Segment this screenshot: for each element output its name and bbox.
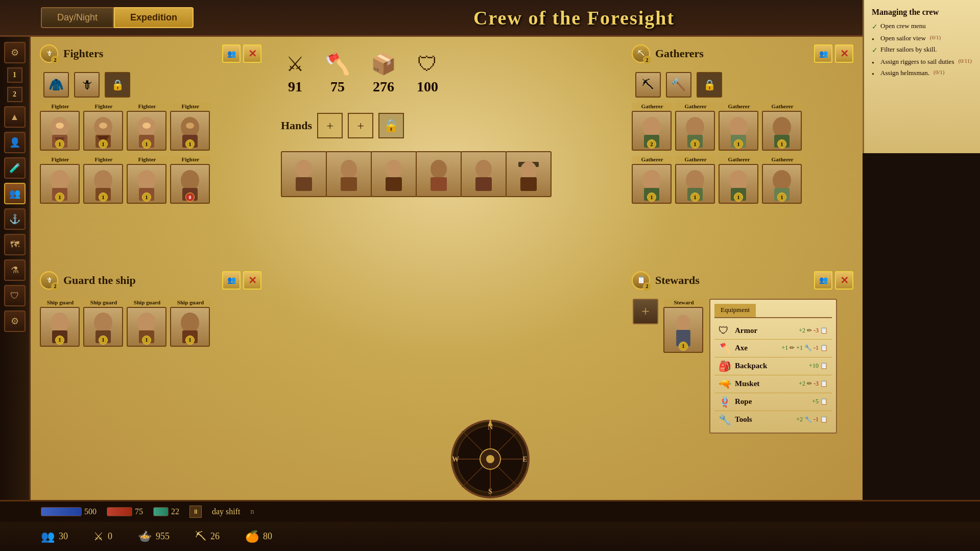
steward-portrait-1[interactable]: 1 bbox=[663, 307, 703, 353]
fighter-weapon-slot[interactable]: 🗡 bbox=[74, 72, 100, 98]
fighter-card-7[interactable]: Fighter 1 bbox=[127, 156, 168, 204]
gatherer-card-5[interactable]: Gatherer 1 bbox=[632, 156, 673, 204]
hand-card-5[interactable] bbox=[461, 151, 501, 197]
pause-button[interactable]: ⏸ bbox=[189, 506, 202, 518]
hands-slot-1[interactable]: + bbox=[317, 113, 343, 138]
hand-portrait-2[interactable] bbox=[326, 151, 372, 197]
fighter-card-1[interactable]: Fighter 1 bbox=[40, 103, 81, 151]
hand-card-6[interactable] bbox=[506, 151, 546, 197]
fighter-portrait-8[interactable]: 0 bbox=[170, 164, 210, 204]
guard-portrait-4[interactable]: 1 bbox=[170, 307, 210, 347]
hand-portrait-4[interactable] bbox=[416, 151, 462, 197]
fighter-card-5[interactable]: Fighter 1 bbox=[40, 156, 81, 204]
fighter-card-2[interactable]: Fighter 1 bbox=[83, 103, 124, 151]
fighters-x-btn[interactable]: ✕ bbox=[243, 44, 261, 63]
guard-x-btn[interactable]: ✕ bbox=[243, 271, 261, 290]
stewards-add-btn[interactable]: + bbox=[633, 299, 658, 324]
gatherer-portrait-5[interactable]: 1 bbox=[632, 164, 672, 204]
sidebar-item-nav[interactable]: ▲ bbox=[4, 106, 26, 128]
hand-portrait-1[interactable] bbox=[281, 151, 327, 197]
fighter-portrait-2[interactable]: 1 bbox=[83, 111, 123, 151]
managing-item-crew-menu[interactable]: ✓ Open crew menu bbox=[872, 22, 972, 31]
hand-portrait-5[interactable] bbox=[461, 151, 507, 197]
fighter-portrait-6[interactable]: 1 bbox=[83, 164, 123, 204]
tools-stats: +2 🔧 -1 📋 bbox=[796, 416, 828, 423]
gatherer-portrait-7[interactable]: 1 bbox=[719, 164, 758, 204]
fighter-portrait-1[interactable]: 1 bbox=[40, 111, 80, 151]
sidebar-item-person[interactable]: 👤 bbox=[4, 132, 26, 153]
sidebar-item-settings[interactable]: ⚙ bbox=[4, 42, 26, 63]
sidebar-item-shield[interactable]: 🛡 bbox=[4, 285, 26, 306]
sidebar-item-map[interactable]: 🗺 bbox=[4, 234, 26, 255]
gatherer-tool-slot[interactable]: ⛏ bbox=[635, 72, 661, 98]
managing-item-helmsman[interactable]: ● Assign helmsman. (0/1) bbox=[872, 69, 972, 77]
sidebar-item-crew[interactable]: 👥 bbox=[4, 183, 26, 204]
sidebar-item-2[interactable]: 2 bbox=[7, 87, 22, 102]
managing-item-sailor-view[interactable]: ● Open sailor view (0/1) bbox=[872, 34, 972, 42]
gatherer-portrait-8[interactable]: 1 bbox=[762, 164, 802, 204]
guard-portrait-2[interactable]: 1 bbox=[83, 307, 123, 347]
tab-daynight[interactable]: Day/Night bbox=[41, 7, 114, 28]
guard-group-btn[interactable]: 👥 bbox=[222, 271, 241, 290]
stewards-group-btn[interactable]: 👥 bbox=[814, 271, 832, 290]
fighter-portrait-7[interactable]: 1 bbox=[127, 164, 166, 204]
resource-crew: 👥 30 bbox=[41, 530, 68, 543]
guard-portrait-3[interactable]: 1 bbox=[127, 307, 166, 347]
hand-portrait-3[interactable] bbox=[371, 151, 417, 197]
fighter-card-3[interactable]: Fighter 1 bbox=[127, 103, 168, 151]
hand-card-3[interactable] bbox=[371, 151, 412, 197]
managing-item-assign-riggers[interactable]: ● Assign riggers to sail duties (0/11) bbox=[872, 58, 972, 66]
fighter-card-8[interactable]: Fighter 0 bbox=[170, 156, 211, 204]
guard-card-2[interactable]: Ship guard 1 bbox=[83, 299, 124, 347]
steward-item-tools[interactable]: 🔧 Tools +2 🔧 -1 📋 bbox=[714, 411, 832, 428]
gatherer-portrait-4[interactable]: 1 bbox=[762, 111, 802, 151]
hand-card-4[interactable] bbox=[416, 151, 457, 197]
gatherers-group-btn[interactable]: 👥 bbox=[814, 44, 832, 63]
gatherer-portrait-3[interactable]: 1 bbox=[719, 111, 758, 151]
fighter-card-4[interactable]: Fighter 1 bbox=[170, 103, 211, 151]
gatherer-portrait-6[interactable]: 1 bbox=[675, 164, 715, 204]
steward-item-armor[interactable]: 🛡 Armor +2 ✏ -3 📋 bbox=[714, 322, 832, 340]
gatherers-x-btn[interactable]: ✕ bbox=[835, 44, 853, 63]
sidebar-item-gear2[interactable]: ⚙ bbox=[4, 310, 26, 332]
fighter-portrait-3[interactable]: 1 bbox=[127, 111, 166, 151]
gatherer-portrait-1[interactable]: 2 bbox=[632, 111, 672, 151]
fighter-armor-slot[interactable]: 🧥 bbox=[43, 72, 69, 98]
hand-card-2[interactable] bbox=[326, 151, 367, 197]
steward-item-axe[interactable]: 🪓 Axe +1 ✏ +1 🔧 -1 📋 bbox=[714, 340, 832, 357]
sidebar-item-anchor[interactable]: ⚓ bbox=[4, 208, 26, 230]
gatherer-card-8[interactable]: Gatherer 1 bbox=[762, 156, 803, 204]
guard-card-3[interactable]: Ship guard 1 bbox=[127, 299, 168, 347]
steward-item-backpack[interactable]: 🎒 Backpack +10 📋 bbox=[714, 357, 832, 375]
steward-item-musket[interactable]: 🔫 Musket +2 ✏ -3 📋 bbox=[714, 375, 832, 393]
hands-slot-2[interactable]: + bbox=[348, 113, 373, 138]
gatherer-card-4[interactable]: Gatherer 1 bbox=[762, 103, 803, 151]
steward-card-1[interactable]: Steward 1 bbox=[663, 299, 704, 353]
guard-card-1[interactable]: Ship guard 1 bbox=[40, 299, 81, 347]
steward-item-rope[interactable]: 🪢 Rope +5 📋 bbox=[714, 393, 832, 411]
sidebar-item-1[interactable]: 1 bbox=[7, 67, 22, 83]
gatherer-card-2[interactable]: Gatherer 1 bbox=[675, 103, 716, 151]
hand-card-1[interactable] bbox=[281, 151, 322, 197]
stewards-x-btn[interactable]: ✕ bbox=[835, 271, 853, 290]
gatherer-card-1[interactable]: Gatherer 2 bbox=[632, 103, 673, 151]
stewards-tab-equipment[interactable]: Equipment bbox=[714, 304, 756, 317]
svg-point-5 bbox=[99, 123, 107, 129]
gatherer-card-6[interactable]: Gatherer 1 bbox=[675, 156, 716, 204]
fighter-portrait-4[interactable]: 1 bbox=[170, 111, 210, 151]
guard-portrait-1[interactable]: 1 bbox=[40, 307, 80, 347]
fighter-portrait-5[interactable]: 1 bbox=[40, 164, 80, 204]
gatherer-tool2-slot[interactable]: 🔨 bbox=[666, 72, 691, 98]
gatherer-card-3[interactable]: Gatherer 1 bbox=[719, 103, 759, 151]
sidebar-item-flask[interactable]: 🧪 bbox=[4, 157, 26, 179]
section-hands: ⚔ 91 🪓 75 📦 276 🛡 100 Hands + + 🔒 bbox=[271, 42, 623, 495]
tab-expedition[interactable]: Expedition bbox=[114, 7, 194, 28]
fighter-card-6[interactable]: Fighter 1 bbox=[83, 156, 124, 204]
sidebar-item-alchemy[interactable]: ⚗ bbox=[4, 259, 26, 281]
fighters-group-btn[interactable]: 👥 bbox=[222, 44, 241, 63]
gatherer-portrait-2[interactable]: 1 bbox=[675, 111, 715, 151]
gatherer-card-7[interactable]: Gatherer 1 bbox=[719, 156, 759, 204]
managing-item-filter-sailors[interactable]: ✓ Filter sailors by skill. bbox=[872, 45, 972, 55]
guard-card-4[interactable]: Ship guard 1 bbox=[170, 299, 211, 347]
hand-portrait-6[interactable] bbox=[506, 151, 552, 197]
